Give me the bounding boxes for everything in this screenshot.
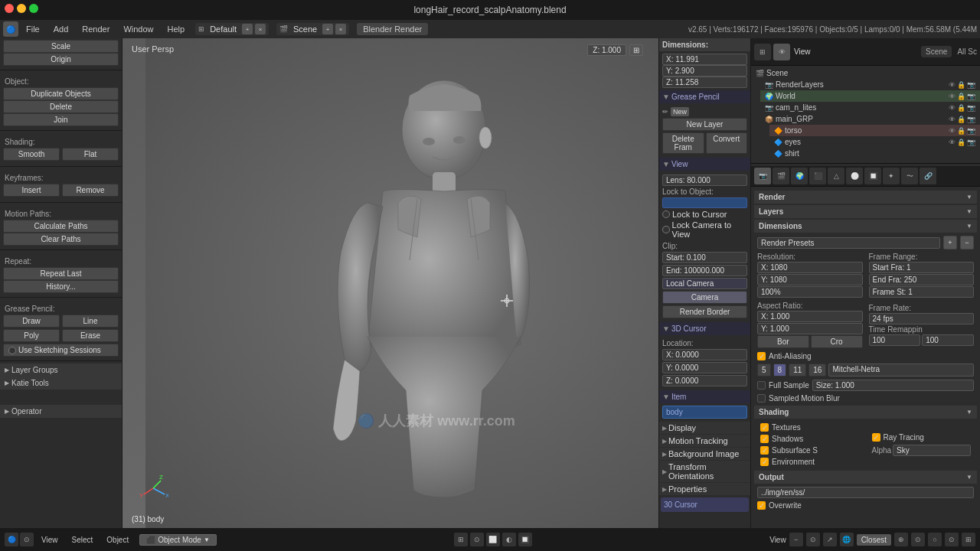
use-sketching-btn[interactable]: Use Sketching Sessions bbox=[3, 344, 119, 357]
bb-texture-icon[interactable]: 🔲 bbox=[518, 533, 532, 546]
grp-visibility-icon[interactable]: 👁 bbox=[949, 116, 956, 123]
menu-file[interactable]: File bbox=[20, 23, 46, 35]
bb-icon-dot[interactable]: ⊙ bbox=[20, 533, 34, 546]
render-layers-item[interactable]: 📷 RenderLayers 👁 🔒 📷 bbox=[760, 79, 980, 90]
smb-checkbox[interactable] bbox=[757, 394, 766, 403]
fps-input[interactable]: 24 fps bbox=[869, 313, 975, 324]
sample-16[interactable]: 16 bbox=[808, 364, 826, 377]
cam-n-lites-item[interactable]: 📷 cam_n_lites 👁 🔒 📷 bbox=[760, 102, 980, 113]
cro-btn[interactable]: Cro bbox=[811, 335, 863, 348]
new-layer-btn[interactable]: New Layer bbox=[662, 118, 747, 131]
tab-texture[interactable]: 🔲 bbox=[864, 168, 881, 184]
layer-groups-header[interactable]: ▶ Layer Groups bbox=[0, 364, 122, 377]
scale-btn[interactable]: Scale bbox=[3, 40, 119, 53]
rl-lock-icon[interactable]: 🔒 bbox=[957, 81, 965, 89]
main-grp-item[interactable]: 📦 main_GRP 👁 🔒 📷 bbox=[760, 113, 980, 125]
cursor-x[interactable]: X: 0.0000 bbox=[662, 349, 747, 360]
tab-physics[interactable]: 〜 bbox=[901, 168, 918, 184]
viewport-3d[interactable]: User Persp Z: 1.000 ⊞ X Z Y (31) body 🔵 … bbox=[122, 38, 750, 528]
torso-lock-icon[interactable]: 🔒 bbox=[957, 127, 965, 135]
cursor-3d-header[interactable]: ▼ 3D Cursor bbox=[659, 322, 750, 335]
snap-select-btn[interactable]: Closest bbox=[857, 534, 891, 546]
clip-start-input[interactable]: Start: 0.100 bbox=[662, 252, 747, 263]
filter-select[interactable]: Mitchell-Netra bbox=[828, 364, 974, 377]
torso-render-icon[interactable]: 📷 bbox=[967, 127, 975, 135]
sample-5[interactable]: 5 bbox=[757, 364, 771, 377]
alpha-select[interactable]: Sky bbox=[893, 445, 971, 456]
bb-globe-icon[interactable]: 🌐 bbox=[840, 533, 854, 546]
new-grease-btn[interactable]: New bbox=[671, 107, 689, 116]
bb-timer-icon[interactable]: ⊙ bbox=[945, 533, 959, 546]
world-lock-icon[interactable]: 🔒 bbox=[957, 93, 965, 100]
dimensions-rp-header[interactable]: Dimensions ▼ bbox=[754, 220, 977, 233]
maximize-button[interactable] bbox=[29, 4, 38, 13]
tab-world[interactable]: 🌍 bbox=[791, 168, 808, 184]
clip-end-input[interactable]: End: 100000.000 bbox=[662, 265, 747, 276]
view-bottom-btn[interactable]: View bbox=[35, 534, 64, 546]
eyes-visibility-icon[interactable]: 👁 bbox=[949, 139, 956, 146]
grp-lock-icon[interactable]: 🔒 bbox=[957, 116, 965, 123]
bb-grid-icon[interactable]: ⊞ bbox=[454, 533, 468, 546]
menu-render[interactable]: Render bbox=[76, 23, 116, 35]
cam-render-icon[interactable]: 📷 bbox=[967, 104, 975, 112]
bor-btn[interactable]: Bor bbox=[757, 335, 809, 348]
tab-mesh[interactable]: △ bbox=[828, 168, 844, 184]
motion-tracking-row[interactable]: ▶ Motion Tracking bbox=[659, 435, 750, 447]
eyes-lock-icon[interactable]: 🔒 bbox=[957, 139, 965, 146]
lock-cursor-checkbox[interactable] bbox=[662, 210, 670, 218]
torso-visibility-icon[interactable]: 👁 bbox=[949, 127, 956, 135]
textures-checkbox[interactable]: ✓ bbox=[760, 423, 769, 432]
world-item[interactable]: 🌍 World 👁 🔒 📷 bbox=[760, 90, 980, 102]
tab-particles[interactable]: ✦ bbox=[883, 168, 900, 184]
history-btn[interactable]: History... bbox=[3, 280, 119, 293]
display-row[interactable]: ▶ Display bbox=[659, 422, 750, 434]
tab-constraints[interactable]: 🔗 bbox=[920, 168, 936, 184]
bb-circle2-icon[interactable]: ○ bbox=[928, 533, 942, 546]
outliner-view-btn[interactable]: ⊞ bbox=[754, 44, 771, 60]
overwrite-checkbox[interactable]: ✓ bbox=[757, 501, 766, 510]
select-bottom-btn[interactable]: Select bbox=[66, 534, 100, 546]
bb-solid-icon[interactable]: ⬜ bbox=[486, 533, 500, 546]
draw-btn[interactable]: Draw bbox=[3, 315, 60, 328]
shading-rp-header[interactable]: Shading ▼ bbox=[754, 406, 977, 419]
tab-scene[interactable]: 🎬 bbox=[773, 168, 789, 184]
remove-btn[interactable]: Remove bbox=[62, 184, 119, 197]
remap-old-input[interactable]: 100 bbox=[869, 334, 921, 346]
local-camera-input[interactable]: Local Camera bbox=[662, 278, 747, 289]
convert-btn[interactable]: Convert bbox=[706, 132, 748, 154]
tab-render[interactable]: 📷 bbox=[754, 168, 771, 184]
camera-btn[interactable]: Camera bbox=[662, 291, 747, 304]
sample-8[interactable]: 8 bbox=[773, 364, 787, 377]
close-default-tab[interactable]: × bbox=[255, 24, 266, 34]
object-bottom-btn[interactable]: Object bbox=[100, 534, 135, 546]
percent-input[interactable]: 100% bbox=[757, 286, 863, 298]
bb-grid2-icon[interactable]: ⊞ bbox=[962, 533, 975, 546]
origin-btn[interactable]: Origin bbox=[3, 53, 119, 66]
join-btn[interactable]: Join bbox=[3, 113, 119, 126]
aspect-y-input[interactable]: Y: 1.000 bbox=[757, 323, 863, 334]
lens-input[interactable]: Lens: 80.000 bbox=[662, 174, 747, 186]
body-item[interactable]: body bbox=[662, 406, 747, 419]
start-fra-input[interactable]: Start Fra: 1 bbox=[869, 262, 975, 273]
delete-fram-btn[interactable]: Delete Fram bbox=[662, 132, 704, 154]
aspect-x-input[interactable]: X: 1.000 bbox=[757, 311, 863, 322]
repeat-last-btn[interactable]: Repeat Last bbox=[3, 267, 119, 280]
raytracing-checkbox[interactable]: ✓ bbox=[872, 433, 880, 442]
bb-lock-icon[interactable]: ⊙ bbox=[806, 533, 820, 546]
dim-y[interactable]: Y: 2.900 bbox=[662, 65, 747, 77]
line-btn[interactable]: Line bbox=[62, 315, 119, 328]
transform-row[interactable]: ▶ Transform Orientations bbox=[659, 461, 750, 482]
presets-add-btn[interactable]: + bbox=[943, 236, 957, 249]
world-visibility-icon[interactable]: 👁 bbox=[949, 93, 956, 100]
grease-pencil-header[interactable]: ▼ Grease Pencil bbox=[659, 90, 750, 103]
eyes-item[interactable]: 🔷 eyes 👁 🔒 📷 bbox=[769, 136, 980, 148]
lock-object-input[interactable] bbox=[662, 197, 747, 208]
eyes-render-icon[interactable]: 📷 bbox=[967, 139, 975, 146]
torso-item[interactable]: 🔶 torso 👁 🔒 📷 bbox=[769, 125, 980, 136]
insert-btn[interactable]: Insert bbox=[3, 184, 60, 197]
search-btn[interactable]: Scene bbox=[921, 46, 952, 57]
add-default-tab[interactable]: + bbox=[242, 24, 253, 34]
rl-visibility-icon[interactable]: 👁 bbox=[949, 81, 956, 89]
poly-btn[interactable]: Poly bbox=[3, 329, 60, 342]
shadows-checkbox[interactable]: ✓ bbox=[760, 435, 769, 443]
